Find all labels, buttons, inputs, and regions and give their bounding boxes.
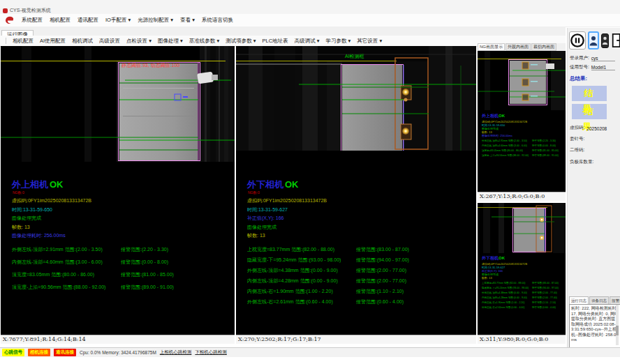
menu-item-io-config[interactable]: IO手配置 ▾ (105, 17, 131, 24)
alarm-range: 报警范围:(2.00 - 77.00) (532, 291, 557, 294)
measurement-value: 顶宽度=83.05mm 范围:(80.00 - 86.00) (12, 271, 94, 278)
tool-advanced-settings[interactable]: 高级设置 (99, 38, 120, 45)
process-status-line: 图像处理完成 (247, 225, 476, 229)
left-pixel-coordinates: X:7677;Y:891;R:14;G:14;B:14 (1, 335, 235, 344)
model-value[interactable]: Model1 (591, 65, 615, 70)
process-status-line: 图像处理完成 (12, 215, 235, 220)
mid-camera-image[interactable]: AI检测框 (236, 46, 476, 151)
frames-line: 帧数: 13 (12, 225, 235, 229)
menu-item-system-config[interactable]: 系统配置 (22, 17, 43, 24)
log-scrollbar[interactable] (616, 305, 619, 345)
user-icon (589, 33, 598, 47)
tool-camera-debug[interactable]: 相机调试 (72, 38, 93, 45)
log-output[interactable]: 耗时: 222, 网络检测耗时: 17, 网络分类耗时: 0, 网络提取分类耗时… (569, 304, 620, 350)
tool-spot-check[interactable]: 点检设置 ▾ (126, 38, 152, 45)
operator-mode-button[interactable] (601, 33, 609, 48)
alarm-range: 报警范围:(2.20 - 3.30) (532, 139, 556, 142)
result-ok: OK (285, 179, 299, 190)
measurement-value: 外侧左线-顶部=2.91mm 范围:(2.00 - 3.50) (12, 246, 103, 253)
alarm-range: 报警范围:(89.00 - 91.00) (121, 284, 174, 291)
menu-item-comm-config[interactable]: 通讯配置 (78, 17, 98, 24)
menu-item-camera-config[interactable]: 相机配置 (50, 17, 71, 24)
ng-info: NG数:0 (248, 188, 260, 197)
preview-tab-crop-view[interactable]: 裁切内画面 (531, 43, 556, 51)
camera-name: 外下相机 (482, 256, 499, 260)
alarm-range: 报警范围:(94.00 - 97.00) (356, 257, 409, 264)
left-result-info: 外上相机OK NG数:0 虚拟码:0FY1im2025020813313472B… (1, 180, 235, 296)
measurement-value: 外侧左线-顶部=4.38mm 范围:(0.00 - 9.00) (247, 267, 338, 274)
ng-info: NG数:0 (13, 188, 24, 197)
lower-camera-heartbeat-link[interactable]: 下相机心跳检测 (195, 349, 227, 356)
frames-line: 帧数: 13 (247, 233, 476, 238)
login-user-value[interactable]: cys (591, 56, 615, 61)
result-ok: OK (499, 256, 505, 260)
measurement-value: 外侧左线-顶部=2.91mm 范围:(2.00 - 3.50) (482, 139, 527, 142)
measurement-value: 顶宽度-上沿=90.56mm 范围:(88.00 - 92.00) (12, 284, 105, 291)
stock-field: 负极库数量: (568, 153, 620, 165)
cpu-memory-status: Cpu: 0.0% Memory: 3424.41796875M (80, 350, 156, 355)
pause-button[interactable] (569, 31, 586, 50)
alarm-range: 报警范围:(2.00 - 77.00) (532, 296, 557, 299)
menu-item-language-switch[interactable]: 系统语言切换 (202, 17, 233, 24)
preview-top-info: 外上相机OK 虚拟码:0FY1im2025020813313472B 时间:13… (482, 114, 565, 159)
measurement-row: 内侧左线-右=1.90mm 范围:(1.00 - 2.20) 报警范围:(1.1… (236, 288, 476, 298)
preview-top-image[interactable] (478, 51, 566, 110)
tool-baseline-params[interactable]: 基准线参数 ▾ (189, 38, 219, 45)
measurement-value: 内侧左线-右=1.90mm 范围:(1.00 - 2.20) (247, 288, 333, 295)
tool-other-settings[interactable]: 其它设置 ▾ (357, 38, 382, 45)
tool-advanced-debug[interactable]: 高级调试 ▾ (295, 38, 320, 45)
brand-logo-icon (4, 16, 15, 25)
threshold-overlay-text: 静态阈值:93, 动态阈值:100 (121, 63, 179, 68)
login-user-label: 登录用户: (570, 55, 589, 61)
menu-item-view[interactable]: 查看 ▾ (180, 17, 195, 24)
alarm-range: 报警范围:(94.00 - 97.00) (532, 287, 559, 289)
mid-result-info: 外下相机OK NG数:0 虚拟码:0FY1im2025020813313472B… (236, 180, 476, 309)
preview-tab-ng-display[interactable]: NG画面显示 (478, 43, 505, 51)
login-user-button[interactable] (588, 31, 599, 50)
status-bar: 心跳信号 相机连接 通讯连接 Cpu: 0.0% Memory: 3424.41… (0, 347, 620, 357)
measurement-row: 外侧左线-顶部=2.91mm 范围:(2.00 - 3.50) 报警范围:(2.… (1, 246, 235, 259)
window-title: CYS-视觉检测系统 (10, 7, 51, 14)
preview-bottom-image[interactable] (478, 203, 566, 253)
measurement-value: 顶宽度-上沿=90.56mm 范围:(88.00 - 92.00) (482, 154, 529, 157)
alarm-range: 报警范围:(83.00 - 87.00) (532, 282, 559, 285)
preview-bottom-info: 外下相机OK 虚拟码:0FY1im2025020813313472B 时间:13… (482, 256, 565, 311)
tool-learning-params[interactable]: 学习参数 ▾ (325, 38, 350, 45)
result-block-bottom: 结 果 (572, 104, 607, 119)
measurement-value: 上枕宽度=83.77mm 范围:(82.00 - 88.00) (482, 282, 526, 285)
virtual-code-value: 20250208 (586, 126, 607, 131)
camera-connection-badge: 相机连接 (28, 349, 50, 356)
needle-label: 套针号: (570, 136, 584, 142)
menu-item-light-config[interactable]: 光源控制配置 ▾ (138, 17, 173, 24)
tool-camera-config[interactable]: 相机配置 (13, 38, 34, 45)
exit-button[interactable] (611, 32, 620, 49)
measurement-row: 上枕宽度=83.77mm 范围:(82.00 - 88.00) 报警范围:(83… (236, 246, 476, 257)
measurement-value: 顶宽度=83.05mm 范围:(80.00 - 86.00) (482, 149, 523, 152)
app-window: CYS-视觉检测系统 系统配置 相机配置 通讯配置 IO手配置 ▾ 光源控制配置… (0, 0, 620, 364)
camera-name: 外上相机 (482, 114, 499, 118)
frames-line: 帧数: 13 (482, 276, 565, 280)
mid-camera-panel: AI检测框 外下相机OK NG数:0 虚拟码:0FY1im20250208133… (236, 46, 476, 344)
login-user-field: 登录用户: cys (568, 52, 620, 61)
tab-strip: 运行图像 (0, 26, 566, 36)
menubar: 系统配置 相机配置 通讯配置 IO手配置 ▾ 光源控制配置 ▾ 查看 ▾ 系统语… (0, 14, 620, 27)
tool-ai-config[interactable]: AI使用配置 (40, 38, 66, 45)
qr-label: 二维码: (570, 147, 584, 153)
log-scrollbar-thumb[interactable] (616, 326, 619, 335)
measurement-value: 隐藏宽度-下=95.24mm 范围:(93.00 - 98.00) (482, 287, 529, 289)
preview-tab-outer-view[interactable]: 外观内画面 (505, 43, 531, 51)
preview-top-coordinates: X:267;Y:13;R:0;G:0;B:0 (478, 192, 566, 201)
left-camera-image[interactable]: 静态阈值:93, 动态阈值:100 (1, 46, 235, 162)
elapsed-line: 图像处理耗时: 256.00ms (482, 134, 565, 137)
measurement-value: 内侧左线-右=1.90mm 范围:(1.00 - 2.20) (482, 301, 524, 304)
upper-camera-heartbeat-link[interactable]: 上相机心跳检测 (160, 349, 192, 356)
measurement-value: 上枕宽度=83.77mm 范围:(82.00 - 88.00) (247, 246, 334, 253)
preview-bottom-coordinates: X:311;Y:980;R:0;G:0;B:0 (478, 335, 566, 344)
model-label: 使用型号: (570, 64, 589, 70)
tool-plc-address[interactable]: PLC地址表 (263, 38, 288, 45)
app-icon (3, 8, 8, 13)
measurement-row: 顶宽度=83.05mm 范围:(80.00 - 86.00) 报警范围:(81.… (1, 271, 235, 284)
tool-image-processing[interactable]: 图像处理 ▾ (158, 38, 183, 45)
tool-test-params[interactable]: 测试项参数 ▾ (226, 38, 256, 45)
pause-icon (570, 33, 585, 48)
